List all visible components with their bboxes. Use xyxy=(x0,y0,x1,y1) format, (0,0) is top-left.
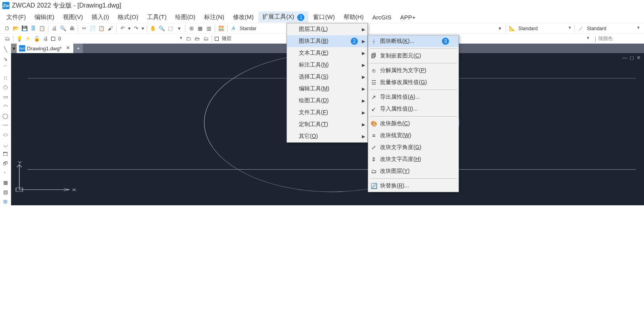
grid-icon-3[interactable]: ▥ xyxy=(205,25,213,32)
menu-import-attr[interactable]: ↙ 导入属性值(I)... xyxy=(368,103,459,115)
maximize-icon[interactable]: ◻ xyxy=(630,55,634,61)
zoom-icon[interactable]: 🔍 xyxy=(158,25,166,32)
save-icon[interactable]: 💾 xyxy=(21,25,29,32)
hatch-icon[interactable]: ▦ xyxy=(2,178,10,186)
arc-icon[interactable]: ⌒ xyxy=(2,64,10,72)
table-icon[interactable]: ⊞ xyxy=(2,197,10,205)
menu-dim-tools[interactable]: 标注工具(N) ▶ xyxy=(287,59,367,71)
ellipse-arc-icon[interactable]: ◡ xyxy=(2,140,10,148)
region-icon[interactable]: ▧ xyxy=(2,188,10,196)
menu-view[interactable]: 视图(V) xyxy=(59,12,87,23)
print-color-icon[interactable]: 🖨 xyxy=(42,35,50,43)
paste-icon[interactable]: 📋 xyxy=(97,25,105,32)
ray-icon[interactable]: ↘ xyxy=(2,55,10,63)
polygon-icon[interactable]: ⬠ xyxy=(2,83,10,91)
menu-tools[interactable]: 工具(T) xyxy=(143,12,170,23)
menu-change-lineweight[interactable]: ≡ 改块线宽(W) xyxy=(368,130,459,141)
preview-icon[interactable]: 🔍 xyxy=(59,25,67,32)
menu-extensions[interactable]: 扩展工具(X) 1 xyxy=(258,11,308,22)
menu-format[interactable]: 格式(O) xyxy=(114,12,142,23)
menu-file[interactable]: 文件(F) xyxy=(2,12,30,23)
grid-icon-2[interactable]: ▦ xyxy=(196,25,204,32)
menu-draw-tools[interactable]: 绘图工具(D) ▶ xyxy=(287,95,367,107)
color-swatch[interactable] xyxy=(215,37,219,41)
add-tab-button[interactable]: ＋ xyxy=(73,44,83,53)
menu-explode-attr[interactable]: ⎋ 分解属性为文字(P) xyxy=(368,65,459,76)
match-icon[interactable]: 🖌 xyxy=(106,25,114,32)
menu-dimension[interactable]: 标注(N) xyxy=(200,12,228,23)
table-style-icon[interactable]: ⟋ xyxy=(577,25,585,32)
layer-filter-icon[interactable]: 🗂 xyxy=(202,35,210,43)
linetype-combo[interactable]: ▾ | 随颜色 xyxy=(593,35,641,43)
menu-block-replace[interactable]: 🔄 块替换(R)... xyxy=(368,180,459,192)
menu-export-attr[interactable]: ↗ 导出属性值(A)... xyxy=(368,91,459,103)
close-viewport-icon[interactable]: ✕ xyxy=(636,55,641,61)
tab-handle-icon[interactable]: ▾ xyxy=(11,44,17,53)
make-block-icon[interactable]: 🗗 xyxy=(2,159,10,167)
cut-icon[interactable]: ✂ xyxy=(80,25,88,32)
new-file-icon[interactable]: 🗋 xyxy=(3,25,11,32)
text-style-combo[interactable]: Standar xyxy=(238,25,270,32)
color-combo[interactable]: 随层 xyxy=(220,35,268,43)
menu-help[interactable]: 帮助(H) xyxy=(340,12,368,23)
menu-change-layer[interactable]: 🗂 改块图层(Y) xyxy=(368,165,459,177)
circle-icon[interactable]: ◯ xyxy=(2,112,10,120)
line-icon[interactable]: ╲ xyxy=(2,45,10,53)
menu-block-breakline[interactable]: ⟊ 图块断线(K)... 3 xyxy=(368,35,459,47)
layer-combo[interactable]: 0 ▾ xyxy=(57,35,183,43)
menu-others[interactable]: 其它(O) ▶ xyxy=(287,130,367,142)
sun-icon[interactable]: ☀ xyxy=(24,35,32,43)
text-style-icon[interactable]: A xyxy=(229,25,237,32)
menu-custom-tools[interactable]: 定制工具(T) ▶ xyxy=(287,118,367,130)
pan-icon[interactable]: ✋ xyxy=(149,25,157,32)
polyline-icon[interactable]: ⎍ xyxy=(2,74,10,82)
menu-change-text-angle[interactable]: ⤢ 改块文字角度(G) xyxy=(368,141,459,153)
rectangle-icon[interactable]: ▭ xyxy=(2,93,10,101)
zoom-window-icon[interactable]: ⬚ xyxy=(166,25,174,32)
menu-change-color[interactable]: 🎨 改块颜色(C) xyxy=(368,118,459,130)
menu-edit[interactable]: 编辑(E) xyxy=(31,12,58,23)
menu-window[interactable]: 窗口(W) xyxy=(309,12,338,23)
copy-icon[interactable]: 📄 xyxy=(89,25,97,32)
menu-text-tools[interactable]: 文本工具(E) ▶ xyxy=(287,47,367,59)
layer-prev-icon[interactable]: 🗀 xyxy=(184,35,192,43)
arc2-icon[interactable]: ◠ xyxy=(2,102,10,110)
menu-modify[interactable]: 修改(M) xyxy=(229,12,258,23)
menu-insert[interactable]: 插入(I) xyxy=(88,12,113,23)
unlock-icon[interactable]: 🔓 xyxy=(33,35,41,43)
menu-arcgis[interactable]: ArcGIS xyxy=(368,12,395,22)
saveall-icon[interactable]: 🗄 xyxy=(29,25,37,32)
table-style-combo[interactable]: Standard ▾ xyxy=(585,25,641,32)
caret-icon[interactable]: ▾ xyxy=(496,25,504,32)
bulb-on-icon[interactable]: 💡 xyxy=(15,35,23,43)
layer-states-icon[interactable]: 🗁 xyxy=(193,35,201,43)
undo-icon[interactable]: ↶ xyxy=(118,25,126,32)
menu-appplus[interactable]: APP+ xyxy=(396,12,420,22)
grid-icon-1[interactable]: ⊞ xyxy=(187,25,195,32)
undo-dropdown-icon[interactable]: ▾ xyxy=(127,25,131,32)
point-icon[interactable]: ⠂ xyxy=(2,169,10,177)
minimize-icon[interactable]: — xyxy=(622,55,627,61)
insert-block-icon[interactable]: 🗔 xyxy=(2,150,10,158)
document-tab-active[interactable]: DWG Drawing1.dwg* ✕ xyxy=(17,44,73,53)
menu-edit-tools[interactable]: 编辑工具(M) ▶ xyxy=(287,83,367,95)
zoom-extents-icon[interactable]: ▾ xyxy=(175,25,183,32)
open-file-icon[interactable]: 📂 xyxy=(12,25,20,32)
menu-select-tools[interactable]: 选择工具(S) ▶ xyxy=(287,71,367,83)
calc-icon[interactable]: 🧮 xyxy=(217,25,225,32)
dim-style-icon[interactable]: 📐 xyxy=(508,25,516,32)
layer-manager-icon[interactable]: 🗂 xyxy=(3,35,11,43)
ellipse-icon[interactable]: ⬭ xyxy=(2,131,10,139)
menu-draw[interactable]: 绘图(D) xyxy=(171,12,199,23)
publish-icon[interactable]: 🖶 xyxy=(68,25,76,32)
saveas-icon[interactable]: 📋 xyxy=(38,25,46,32)
redo-dropdown-icon[interactable]: ▾ xyxy=(141,25,145,32)
print-icon[interactable]: 🖨 xyxy=(50,25,58,32)
menu-layer-tools[interactable]: 图层工具(L) ▶ xyxy=(287,23,367,35)
menu-change-text-height[interactable]: ⇕ 改块文字高度(H) xyxy=(368,153,459,165)
dim-style-combo[interactable]: Standard ▾ xyxy=(517,25,572,32)
color-swatch-white[interactable] xyxy=(51,37,55,41)
menu-batch-attr[interactable]: ☲ 批量修改属性值(G) xyxy=(368,76,459,88)
menu-copy-nested[interactable]: 🗐 复制嵌套图元(C) xyxy=(368,50,459,62)
redo-icon[interactable]: ↷ xyxy=(132,25,140,32)
